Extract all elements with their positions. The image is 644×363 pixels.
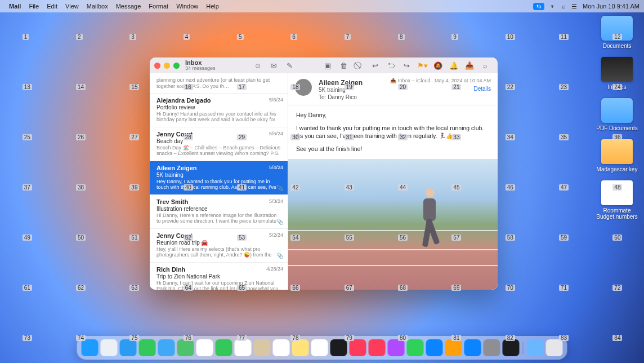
- attachment-icon: 📎: [276, 253, 283, 259]
- menu-edit[interactable]: Edit: [47, 3, 57, 10]
- desktop-icon-images[interactable]: Images: [594, 57, 639, 90]
- dock-app-finder[interactable]: [82, 339, 99, 356]
- dock-app-safari[interactable]: [120, 339, 137, 356]
- dock-app-pages[interactable]: [445, 339, 462, 356]
- toolbar-junk-icon[interactable]: ⃠: [354, 60, 365, 71]
- message-list-item[interactable]: planning our next adventure (or at least…: [150, 73, 288, 94]
- reader-to: To: Danny Rico: [319, 94, 490, 100]
- app-menu[interactable]: Mail: [9, 3, 21, 10]
- menu-view[interactable]: View: [65, 3, 79, 10]
- message-list-item[interactable]: Alejandra Delgado5/6/24Portfolio reviewH…: [150, 94, 288, 127]
- reader-mailbox: 📥 Inbox – iCloud: [390, 78, 430, 83]
- dock-trash[interactable]: [546, 339, 563, 356]
- reader-date: May 4, 2024 at 10:04 AM: [435, 78, 491, 83]
- attachment-icon: 📎: [276, 185, 283, 191]
- dock-app-appstore[interactable]: [464, 339, 481, 356]
- dock-app-iphone-mirroring[interactable]: [503, 339, 520, 356]
- dock-app-keynote[interactable]: [426, 339, 443, 356]
- dock-app-facetime[interactable]: [216, 339, 232, 356]
- menu-window[interactable]: Window: [176, 3, 198, 10]
- mail-subtitle: 34 messages: [185, 66, 216, 71]
- toolbar-compose-icon[interactable]: ✎: [284, 60, 295, 71]
- dock-downloads[interactable]: [527, 339, 544, 356]
- message-list-item[interactable]: Jenny Court5/6/24Beach dayBeach Day 🏖️ –…: [150, 127, 288, 161]
- dock-app-mail[interactable]: [158, 339, 175, 356]
- toolbar-envelope-icon[interactable]: ✉: [268, 60, 279, 71]
- window-zoom-button[interactable]: [173, 63, 180, 69]
- message-list-item[interactable]: Jenny Court5/2/24Reunion road trip 🚘Hey,…: [150, 229, 288, 263]
- dock-app-podcasts[interactable]: [388, 339, 405, 356]
- dock-app-tv[interactable]: [330, 339, 347, 356]
- window-minimize-button[interactable]: [164, 63, 170, 69]
- control-center-menu-icon[interactable]: ☰: [571, 3, 577, 10]
- dock-app-contacts[interactable]: [254, 339, 271, 356]
- message-list-item[interactable]: Aileen Zeigen5/4/245K trainingHey Danny,…: [150, 161, 288, 195]
- toolbar-search-icon[interactable]: ⌕: [480, 60, 491, 71]
- message-reader: Aileen Zeigen 5K training To: Danny Rico…: [288, 73, 498, 290]
- reader-body: Hey Danny, I wanted to thank you for put…: [288, 105, 498, 159]
- toolbar-reply-icon[interactable]: ↩: [369, 60, 381, 71]
- dock-app-settings[interactable]: [484, 339, 500, 356]
- desktop-icon-madagascar-key[interactable]: Madagascar.key: [594, 139, 639, 172]
- message-list[interactable]: planning our next adventure (or at least…: [150, 73, 288, 290]
- reader-greeting: Hey Danny,: [296, 111, 490, 119]
- reader-details-link[interactable]: Details: [390, 86, 491, 92]
- reader-attachment-image[interactable]: [288, 159, 498, 290]
- menu-help[interactable]: Help: [206, 3, 219, 10]
- dock-app-maps[interactable]: [177, 339, 194, 356]
- toolbar-filter-icon[interactable]: ☺: [252, 60, 263, 71]
- dock-app-launchpad[interactable]: [101, 339, 118, 356]
- runner-figure: [413, 182, 447, 255]
- dock-app-numbers[interactable]: [407, 339, 424, 356]
- desktop-icon-pdf-documents[interactable]: PDF Documents: [594, 98, 639, 131]
- menubar-clock[interactable]: Mon Jun 10 9:41 AM: [583, 3, 639, 10]
- desktop-icon-roommate-budget-numbers[interactable]: Roommate Budget.numbers: [594, 180, 639, 220]
- dock-app-notes[interactable]: [292, 339, 309, 356]
- menu-message[interactable]: Message: [116, 3, 141, 10]
- wifi-icon[interactable]: ᯤ: [550, 3, 556, 10]
- dock: [77, 336, 567, 360]
- mail-window: Inbox 34 messages ☺ ✉ ✎ ▣ 🗑 ⃠ ↩ ⮌ ↪ ⚑▾ 🔕…: [150, 57, 498, 290]
- control-center-icon[interactable]: ⇆: [533, 3, 544, 10]
- dock-app-calendar[interactable]: [235, 339, 252, 356]
- spotlight-icon[interactable]: ⌕: [562, 3, 566, 10]
- dock-separator: [523, 342, 524, 354]
- dock-app-freeform[interactable]: [311, 339, 328, 356]
- reader-paragraph: I wanted to thank you for putting me in …: [296, 124, 490, 140]
- toolbar-archive-icon[interactable]: ▣: [322, 60, 333, 71]
- menu-format[interactable]: Format: [149, 3, 168, 10]
- menubar: Mail File Edit View Mailbox Message Form…: [0, 0, 644, 12]
- dock-app-music[interactable]: [350, 339, 366, 356]
- window-traffic-lights: [154, 63, 180, 69]
- sender-avatar[interactable]: [295, 79, 312, 96]
- window-close-button[interactable]: [154, 63, 160, 69]
- attachment-icon: 📎: [276, 219, 283, 225]
- desktop-icon-documents[interactable]: Documents: [594, 16, 639, 49]
- toolbar-notify-icon[interactable]: 🔔: [448, 60, 459, 71]
- toolbar-reply-all-icon[interactable]: ⮌: [385, 60, 396, 71]
- toolbar-move-icon[interactable]: 📥: [464, 60, 475, 71]
- toolbar-flag-icon[interactable]: ⚑▾: [417, 60, 428, 71]
- menu-file[interactable]: File: [29, 3, 39, 10]
- toolbar-trash-icon[interactable]: 🗑: [338, 60, 349, 71]
- reader-paragraph: See you at the finish line!: [296, 145, 490, 153]
- mail-titlebar[interactable]: Inbox 34 messages ☺ ✉ ✎ ▣ 🗑 ⃠ ↩ ⮌ ↪ ⚑▾ 🔕…: [150, 57, 498, 73]
- dock-app-messages[interactable]: [139, 339, 156, 356]
- dock-app-photos[interactable]: [196, 339, 213, 356]
- dock-app-reminders[interactable]: [273, 339, 290, 356]
- dock-app-news[interactable]: [369, 339, 386, 356]
- desktop-icons: DocumentsImagesPDF DocumentsMadagascar.k…: [594, 16, 639, 228]
- message-list-item[interactable]: Rich Dinh4/28/24Trip to Zion National Pa…: [150, 263, 288, 290]
- menu-mailbox[interactable]: Mailbox: [87, 3, 108, 10]
- message-list-item[interactable]: Trev Smith5/3/24Illustration referenceHi…: [150, 195, 288, 229]
- reader-header: Aileen Zeigen 5K training To: Danny Rico…: [288, 73, 498, 105]
- toolbar-mute-icon[interactable]: 🔕: [432, 60, 444, 71]
- toolbar-forward-icon[interactable]: ↪: [401, 60, 412, 71]
